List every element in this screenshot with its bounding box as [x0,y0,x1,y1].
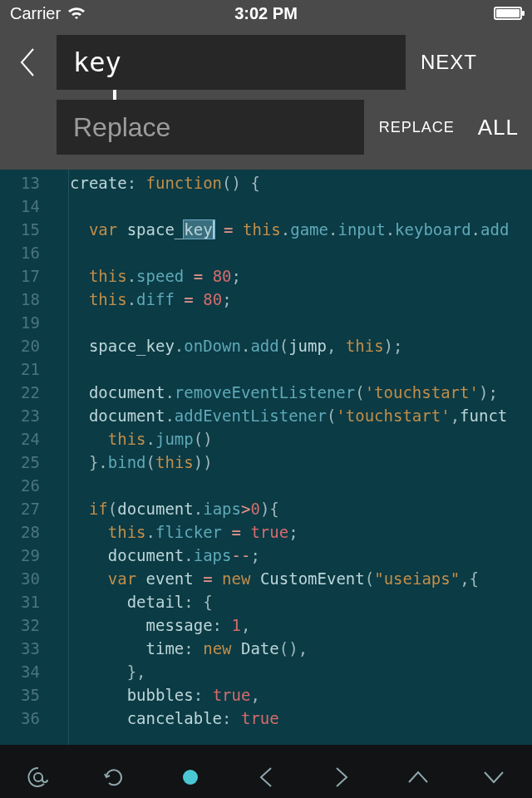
search-input-container[interactable] [57,35,406,90]
code-line[interactable]: this.speed = 80; [70,264,509,288]
line-number: 36 [0,707,40,730]
down-icon[interactable] [469,752,519,798]
line-number: 19 [0,311,40,334]
find-next-button[interactable]: NEXT [421,51,477,74]
line-number: 29 [0,544,40,567]
code-line[interactable]: }.bind(this)) [70,451,509,474]
replace-input-container[interactable] [57,100,364,155]
line-gutter: 1314151617181920212223242526272829303132… [0,170,50,745]
at-icon[interactable] [13,752,63,798]
code-line[interactable] [70,311,509,334]
code-line[interactable] [70,241,509,264]
status-bar: Carrier 3:02 PM [0,0,532,27]
code-line[interactable]: this.diff = 80; [70,288,509,311]
line-number: 14 [0,195,40,218]
code-line[interactable]: var event = new CustomEvent("useiaps",{ [70,567,509,590]
code-line[interactable]: }, [70,660,509,683]
carrier-label: Carrier [10,4,61,23]
line-number: 15 [0,218,40,241]
line-number: 34 [0,660,40,683]
code-line[interactable]: var space_key = this.game.input.keyboard… [70,218,509,241]
back-button[interactable] [13,42,42,82]
code-line[interactable]: message: 1, [70,613,509,637]
line-number: 26 [0,474,40,497]
code-area[interactable]: create: function() { var space_key = thi… [50,170,509,745]
line-number: 16 [0,241,40,264]
code-line[interactable]: cancelable: true [70,707,509,730]
line-number: 32 [0,613,40,637]
find-replace-header: NEXT REPLACE ALL [0,27,532,170]
code-line[interactable] [70,195,509,218]
code-line[interactable]: detail: { [70,590,509,613]
svg-point-0 [34,773,42,781]
code-line[interactable]: space_key.onDown.add(jump, this); [70,334,509,357]
up-icon[interactable] [393,752,443,798]
code-editor[interactable]: 1314151617181920212223242526272829303132… [0,170,532,745]
line-number: 17 [0,264,40,288]
code-line[interactable]: create: function() { [70,171,509,195]
code-line[interactable]: if(document.iaps>0){ [70,497,509,520]
line-number: 25 [0,451,40,474]
code-line[interactable]: document.iaps--; [70,544,509,567]
clock: 3:02 PM [234,4,298,23]
line-number: 20 [0,334,40,357]
line-number: 27 [0,497,40,520]
line-number: 30 [0,567,40,590]
right-icon[interactable] [317,752,367,798]
code-line[interactable]: bubbles: true, [70,683,509,707]
code-line[interactable]: document.removeEventListener('touchstart… [70,381,509,404]
line-number: 28 [0,520,40,544]
code-line[interactable]: time: new Date(), [70,637,509,660]
code-line[interactable]: document.addEventListener('touchstart',f… [70,404,509,427]
line-number: 13 [0,171,40,195]
replace-button[interactable]: REPLACE [379,119,455,136]
line-number: 33 [0,637,40,660]
search-input[interactable] [73,47,389,78]
line-number: 18 [0,288,40,311]
line-number: 31 [0,590,40,613]
line-number: 22 [0,381,40,404]
line-number: 24 [0,427,40,451]
left-icon[interactable] [241,752,291,798]
code-line[interactable]: this.jump() [70,427,509,451]
bottom-toolbar [0,745,532,798]
line-number: 23 [0,404,40,427]
record-icon[interactable] [165,752,215,798]
code-line[interactable] [70,474,509,497]
replace-all-button[interactable]: ALL [478,115,519,140]
replace-input[interactable] [73,112,347,143]
battery-icon [494,7,522,20]
line-number: 35 [0,683,40,707]
code-line[interactable] [70,357,509,381]
undo-icon[interactable] [89,752,139,798]
code-line[interactable]: this.flicker = true; [70,520,509,544]
wifi-icon [67,6,86,21]
line-number: 21 [0,357,40,381]
